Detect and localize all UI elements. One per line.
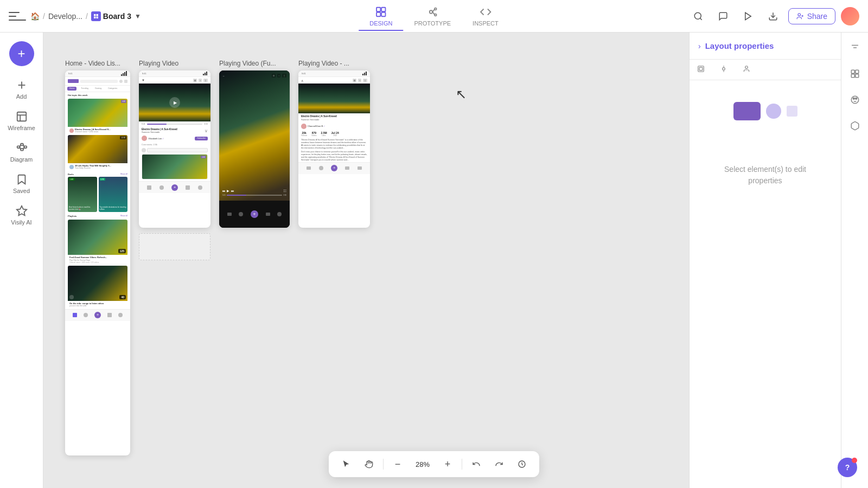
download-button[interactable] [763, 7, 783, 26]
expand-icon[interactable]: ∨ [205, 129, 208, 133]
canvas-area[interactable]: Home - Video Lis... 9:41 [43, 33, 689, 488]
redo-btn[interactable] [490, 455, 508, 473]
board-name[interactable]: Board 3 ▼ [91, 11, 141, 21]
select-tool-btn[interactable] [337, 455, 355, 473]
sidebar-item-saved[interactable]: Saved [3, 169, 41, 198]
reel-2[interactable]: LIVE Top notable destinations for travel… [99, 177, 128, 212]
fullscreen-back[interactable]: ← [222, 74, 225, 78]
video-player-area[interactable]: ▶ [139, 84, 210, 121]
history-btn[interactable] [513, 455, 531, 473]
fs-nav-2[interactable] [239, 212, 243, 216]
comment-button[interactable] [713, 7, 733, 26]
phone-frame-home[interactable]: 9:41 Home Trendin [65, 70, 130, 455]
panel-tabs [690, 60, 841, 80]
fullscreen-share[interactable]: ↑ [277, 74, 280, 78]
details-video-player[interactable] [298, 84, 370, 113]
notification-dot [852, 458, 857, 463]
panel-icon-filters[interactable] [846, 39, 864, 56]
share-button[interactable]: Share [788, 8, 835, 24]
action-share[interactable] [345, 166, 349, 170]
board-dropdown-icon[interactable]: ▼ [135, 12, 141, 20]
stat-followers-label: Videos [311, 134, 316, 137]
nav-explore[interactable] [84, 313, 88, 317]
channel-avatar [142, 136, 147, 141]
phone-frame-details[interactable]: 9:41 ∧ ⊡ ↑ ⋮ [298, 70, 370, 228]
design-tool-btn[interactable]: DESIGN [359, 2, 403, 31]
progress-track[interactable] [147, 124, 202, 125]
phone-frame-playing[interactable]: 9:41 ▼ ⊡ ↑ ⋮ [139, 70, 210, 228]
nav-add-2[interactable]: + [171, 184, 178, 191]
inspect-tool-btn[interactable]: INSPECT [462, 2, 509, 31]
panel-tab-layers[interactable] [690, 60, 712, 80]
details-pip[interactable]: ⊡ [353, 79, 356, 82]
zoom-out-btn[interactable]: − [389, 455, 406, 473]
sidebar-item-wireframe[interactable]: Wireframe [3, 106, 41, 136]
fs-progress-track[interactable] [227, 195, 282, 196]
action-add[interactable]: + [331, 165, 337, 171]
user-avatar[interactable] [841, 7, 859, 25]
sidebar-item-visily-ai[interactable]: Visily AI [3, 201, 41, 230]
panel-icon-color[interactable] [846, 91, 864, 108]
nav-profile-2[interactable] [198, 185, 202, 190]
nav-subs-2[interactable] [186, 185, 190, 190]
fs-nav-4[interactable] [277, 212, 282, 216]
share-small[interactable]: ↑ [199, 79, 202, 82]
nav-home[interactable] [73, 313, 77, 317]
fs-skip-back[interactable]: ⏮ [222, 189, 225, 192]
fs-nav-1[interactable] [227, 213, 232, 216]
panel-tab-user[interactable] [735, 60, 758, 80]
video-card-1[interactable]: 4:46 Electro Dreams | A Sun-Kissed S... … [68, 99, 127, 134]
fs-play[interactable]: ▶ [227, 189, 229, 192]
prototype-tool-btn[interactable]: PROTOTYPE [403, 2, 462, 31]
fullscreen-video[interactable]: ← ⊡ ↑ ⋮ ⏮ ▶ ⏭ [219, 70, 290, 201]
playlist-card-1[interactable]: 125 Feel-Good Summer Vibes: Refresh... P… [68, 220, 127, 264]
play-button[interactable] [738, 7, 758, 26]
action-comment[interactable] [319, 166, 323, 170]
related-video[interactable]: 4:46 [142, 154, 208, 179]
nav-home-2[interactable] [147, 185, 151, 190]
back-arrow[interactable]: ▼ [142, 79, 145, 82]
playlist-thumb-2: 40 [68, 266, 127, 301]
phone-frame-fullscreen[interactable]: ← ⊡ ↑ ⋮ ⏮ ▶ ⏭ [219, 70, 290, 228]
subscribe-btn[interactable]: Subscribe [195, 137, 208, 140]
search-button[interactable] [688, 7, 708, 26]
playlist-card-2[interactable]: 40 On the ride: songs to listen when you… [68, 266, 127, 308]
sidebar-item-add[interactable]: Add [3, 75, 41, 104]
nav-explore-2[interactable] [159, 185, 164, 190]
playlist-count-1: 125 [118, 249, 126, 253]
nav-profile[interactable] [118, 313, 123, 317]
action-more2[interactable] [358, 166, 362, 170]
details-share[interactable]: ↑ [358, 79, 361, 82]
pan-tool-btn[interactable] [360, 455, 378, 473]
panel-icon-assets[interactable] [846, 117, 864, 134]
comment-input[interactable] [147, 148, 208, 152]
help-button[interactable]: ? [838, 458, 857, 477]
nav-add[interactable]: + [94, 312, 101, 318]
fs-nav-3[interactable] [266, 213, 270, 216]
panel-expand-icon[interactable]: › [698, 42, 701, 50]
video-card-2[interactable]: 12:30 10 Life Hacks That Will Simplify Y… [68, 135, 127, 170]
action-like[interactable] [307, 166, 311, 170]
more-icon[interactable]: ⋮ [203, 79, 208, 82]
breadcrumb-project[interactable]: Develop... [48, 12, 82, 21]
fs-fullscreen[interactable]: ⛶ [284, 189, 286, 192]
play-button-overlay[interactable]: ▶ [169, 97, 180, 108]
reel-1[interactable]: LIVE Best fiction books to read this sum… [68, 177, 97, 212]
panel-icon-components[interactable] [846, 65, 864, 82]
zoom-in-btn[interactable]: + [439, 455, 456, 473]
fullscreen-more[interactable]: ⋮ [282, 74, 286, 78]
video-thumb-1: 4:46 [68, 99, 127, 127]
nav-subs[interactable] [107, 313, 112, 317]
home-icon[interactable]: 🏠 [30, 12, 40, 21]
details-back[interactable]: ∧ [301, 79, 303, 82]
details-more[interactable]: ⋮ [363, 79, 367, 82]
add-button[interactable]: + [9, 41, 34, 66]
fs-nav-add[interactable]: + [251, 210, 258, 218]
fullscreen-pip[interactable]: ⊡ [272, 74, 276, 78]
panel-tab-design[interactable] [712, 60, 735, 80]
menu-button[interactable] [9, 8, 26, 25]
sidebar-item-diagram[interactable]: Diagram [3, 138, 41, 167]
undo-btn[interactable] [468, 455, 485, 473]
pip-icon[interactable]: ⊡ [193, 79, 197, 82]
fs-skip-fwd[interactable]: ⏭ [231, 189, 234, 192]
